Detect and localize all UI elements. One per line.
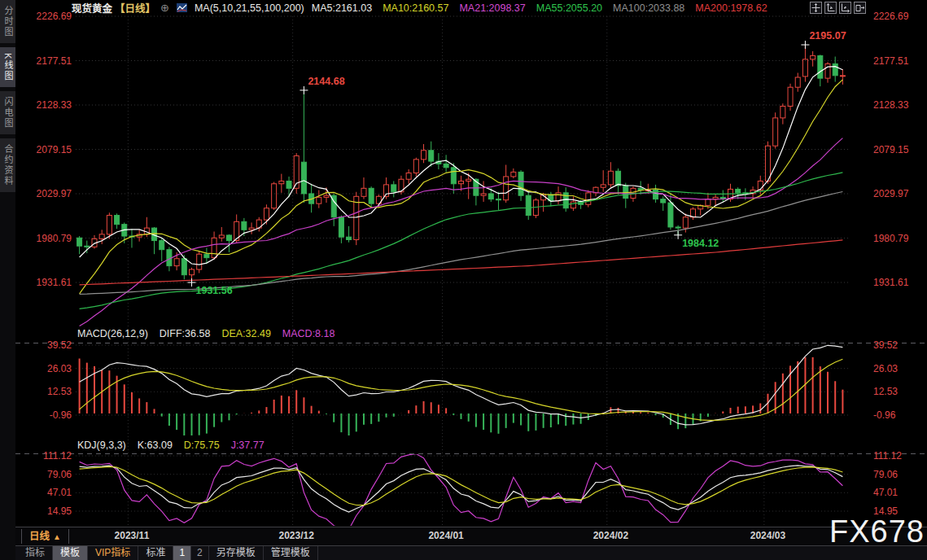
- macd-header-part: MACD(26,12,9): [77, 328, 148, 339]
- candle-up: [174, 259, 179, 266]
- pan-tool-icon[interactable]: [810, 2, 822, 14]
- candle-up: [504, 177, 509, 200]
- candle-up: [264, 208, 269, 220]
- candle-up: [272, 184, 277, 208]
- ma-value-label: MA55:2055.20: [536, 2, 602, 14]
- candle-down: [623, 186, 628, 199]
- axis-tick-label: 14.95: [47, 505, 72, 517]
- axis-tick-label: 2128.33: [873, 99, 909, 111]
- candle-up: [840, 76, 845, 77]
- ma-settings-label: MA(5,10,21,55,100,200): [195, 2, 304, 14]
- candle-up: [219, 235, 224, 238]
- candle-up: [713, 197, 718, 199]
- candle-up: [422, 151, 426, 160]
- candle-down: [301, 162, 306, 194]
- macd-header-part: DEA:32.49: [221, 328, 270, 339]
- candle-up: [190, 269, 195, 275]
- candle-up: [683, 217, 688, 228]
- candle-down: [668, 203, 673, 227]
- candle-up: [811, 55, 815, 59]
- chart-type-icon: [177, 2, 187, 13]
- interval-selector[interactable]: 日线▲: [21, 529, 69, 544]
- candle-up: [773, 118, 778, 146]
- candle-up: [825, 63, 830, 78]
- candle-down: [181, 259, 186, 275]
- axis-tick-label: 2029.97: [37, 188, 72, 199]
- chart-type-sidebar: 分时图K线图闪电图合约资料: [0, 0, 15, 560]
- kline-chart-tab[interactable]: K线图: [0, 47, 15, 87]
- interval-selector-label: 日线: [29, 531, 50, 542]
- candle-up: [107, 216, 112, 234]
- candle-up: [361, 188, 366, 196]
- axis-tick-label: 47.01: [47, 487, 72, 498]
- x-axis-scale-icon[interactable]: [839, 2, 851, 14]
- axis-tick-label: 2079.15: [37, 144, 72, 155]
- vip-indicator-tab[interactable]: VIP指标: [88, 546, 138, 560]
- candle-up: [279, 181, 284, 183]
- price-annotation: 2195.07: [809, 30, 846, 42]
- symbol-title: 现货黄金: [72, 0, 112, 15]
- ma-line-ma100: [80, 192, 843, 295]
- candle-up: [317, 197, 321, 203]
- lightning-chart-tab[interactable]: 闪电图: [0, 91, 15, 134]
- axis-tick-label: 1980.79: [873, 233, 909, 244]
- axis-tick-label: -0.96: [50, 409, 72, 421]
- candles-layer: 1931.562144.681984.122195.07: [77, 30, 846, 326]
- ma-value-label: MA200:1978.62: [695, 2, 767, 14]
- axis-tick-label: 1980.79: [37, 233, 72, 244]
- chart-header: 现货黄金 【日线】 ⊕ MA(5,10,21,55,100,200) MA5:2…: [72, 0, 924, 15]
- template-slot-1-tab[interactable]: 1: [173, 546, 191, 560]
- axis-tick-label: 111.12: [873, 450, 902, 462]
- j-line: [80, 454, 843, 530]
- pop-out-icon[interactable]: [854, 2, 866, 14]
- candle-down: [286, 181, 291, 188]
- kdj-header-part: K:63.09: [138, 440, 173, 451]
- candle-up: [556, 193, 561, 201]
- axis-tick-label: 1931.61: [873, 277, 909, 288]
- template-slot-2-tab[interactable]: 2: [191, 546, 209, 560]
- template-toolbar: 指标模板VIP指标标准12另存模板管理模板: [15, 545, 927, 560]
- x-axis-month-label: 2024/03: [750, 530, 785, 541]
- standard-tab[interactable]: 标准: [138, 546, 173, 560]
- candle-down: [736, 189, 741, 192]
- axis-tick-label: 12.53: [873, 386, 898, 397]
- save-template-tab[interactable]: 另存模板: [209, 546, 264, 560]
- manage-template-tab[interactable]: 管理模板: [264, 546, 318, 560]
- chart-canvas[interactable]: 2226.692226.692177.512177.512128.332128.…: [0, 0, 927, 560]
- candle-down: [488, 194, 493, 199]
- axis-tick-label: 2029.97: [873, 188, 909, 199]
- axis-tick-label: 1931.61: [37, 277, 72, 288]
- template-tab[interactable]: 模板: [53, 546, 88, 560]
- candle-up: [324, 195, 329, 197]
- candle-up: [466, 179, 471, 181]
- axis-tick-label: 26.03: [873, 363, 898, 374]
- candle-down: [160, 241, 164, 250]
- candle-up: [571, 202, 575, 208]
- ma-line-ma200: [80, 240, 843, 285]
- candle-down: [347, 237, 352, 239]
- candle-up: [765, 146, 770, 181]
- price-annotation: 1984.12: [682, 238, 719, 249]
- add-indicator-icon[interactable]: ⊕: [160, 2, 169, 14]
- candle-up: [459, 181, 464, 183]
- chart-application: 2226.692226.692177.512177.512128.332128.…: [0, 0, 927, 560]
- x-axis-month-label: 2024/02: [593, 530, 628, 541]
- timeshare-chart-tab[interactable]: 分时图: [0, 0, 15, 43]
- indicator-tab[interactable]: 指标: [18, 546, 53, 560]
- ma-line-ma21: [80, 138, 843, 326]
- kdj-header-part: J:37.77: [231, 440, 265, 451]
- candle-down: [226, 235, 231, 241]
- x-axis-month-label: 2023/12: [279, 530, 314, 541]
- candle-up: [586, 193, 591, 204]
- ma-value-label: MA5:2161.03: [312, 2, 372, 14]
- x-axis-row: 日线▲ 2023/112023/122024/012024/022024/03: [15, 527, 927, 545]
- axis-tick-label: -0.96: [873, 409, 896, 421]
- candle-up: [608, 171, 613, 185]
- axis-tick-label: 79.06: [873, 469, 898, 480]
- candle-down: [444, 164, 448, 167]
- y-axis-scale-icon[interactable]: [824, 2, 837, 14]
- price-annotation: 1931.56: [196, 285, 233, 296]
- candle-down: [115, 216, 120, 225]
- contract-info-tab[interactable]: 合约资料: [0, 138, 15, 192]
- axis-tick-label: 39.52: [873, 339, 898, 351]
